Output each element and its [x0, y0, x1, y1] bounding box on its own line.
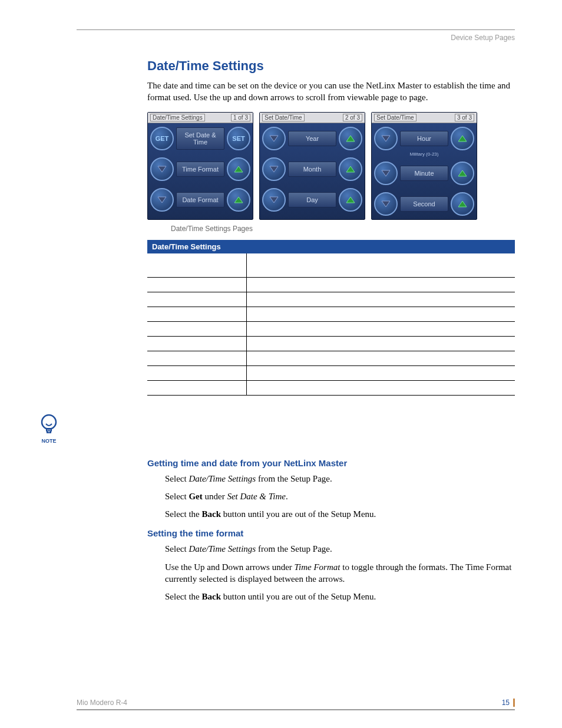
arrow-down-icon[interactable]	[150, 188, 174, 212]
svg-marker-0	[158, 166, 166, 172]
svg-marker-6	[270, 166, 278, 172]
svg-marker-1	[234, 166, 243, 172]
field-label: Hour	[400, 131, 448, 146]
table-row	[147, 253, 515, 278]
arrow-up-icon[interactable]	[451, 192, 474, 216]
svg-marker-15	[458, 201, 467, 207]
table-row	[147, 336, 515, 351]
field-label: Day	[288, 192, 336, 207]
panel-page: 1 of 3	[231, 114, 250, 121]
settings-table: Date/Time Settings	[147, 240, 515, 396]
panel-title: Set Date/Time	[374, 114, 416, 121]
svg-marker-5	[346, 136, 355, 141]
field-label: Time Format	[176, 162, 224, 177]
field-label: Minute	[400, 166, 448, 181]
arrow-up-icon[interactable]	[451, 127, 474, 150]
field-label: Second	[400, 196, 448, 212]
intro-text: The date and time can be set on the devi…	[147, 80, 515, 104]
arrow-down-icon[interactable]	[150, 157, 174, 181]
table-row	[147, 277, 515, 292]
arrow-down-icon[interactable]	[374, 162, 398, 185]
panel-title: Date/Time Settings	[150, 114, 205, 121]
footer-product: Mio Modero R-4	[77, 699, 127, 707]
svg-marker-13	[458, 170, 467, 176]
table-header: Date/Time Settings	[147, 240, 515, 253]
field-label: Year	[288, 131, 336, 146]
field-label: Month	[288, 162, 336, 177]
svg-marker-10	[382, 136, 390, 141]
panel-page: 3 of 3	[455, 114, 474, 121]
arrow-down-icon[interactable]	[262, 188, 286, 212]
arrow-up-icon[interactable]	[339, 188, 362, 212]
field-sublabel: Military (0-23)	[372, 151, 477, 157]
svg-marker-3	[234, 197, 243, 203]
svg-marker-14	[382, 201, 390, 207]
table-row	[147, 365, 515, 380]
arrow-down-icon[interactable]	[262, 157, 286, 181]
step-text: Select the Back button until you are out…	[165, 508, 515, 520]
header-section: Device Setup Pages	[77, 34, 515, 42]
table-row	[147, 351, 515, 365]
step-text: Select the Back button until you are out…	[165, 591, 515, 602]
step-text: Use the Up and Down arrows under Time Fo…	[165, 561, 515, 585]
section-heading: Setting the time format	[147, 528, 515, 538]
arrow-up-icon[interactable]	[339, 157, 362, 181]
get-button[interactable]: GET	[150, 127, 174, 150]
svg-marker-7	[346, 166, 355, 172]
step-text: Select Date/Time Settings from the Setup…	[165, 473, 515, 485]
field-label: Date Format	[176, 192, 224, 207]
device-panels: Date/Time Settings1 of 3GETSet Date & Ti…	[147, 112, 515, 220]
table-row	[147, 292, 515, 307]
arrow-up-icon[interactable]	[227, 157, 250, 181]
panel-page: 2 of 3	[343, 114, 362, 121]
svg-marker-12	[382, 170, 390, 176]
arrow-up-icon[interactable]	[451, 162, 474, 185]
field-label: Set Date & Time	[176, 127, 224, 150]
panel-1: Date/Time Settings1 of 3GETSet Date & Ti…	[147, 112, 253, 220]
svg-marker-4	[270, 136, 278, 141]
page-number: 15	[502, 699, 515, 707]
step-text: Select Date/Time Settings from the Setup…	[165, 543, 515, 555]
svg-marker-8	[270, 197, 278, 203]
svg-marker-9	[346, 197, 355, 203]
svg-point-16	[42, 415, 56, 429]
section-heading: Getting time and date from your NetLinx …	[147, 458, 515, 468]
table-row	[147, 321, 515, 336]
arrow-up-icon[interactable]	[339, 127, 362, 150]
svg-marker-2	[158, 197, 166, 203]
svg-marker-11	[458, 136, 467, 141]
arrow-down-icon[interactable]	[262, 127, 286, 150]
step-text: Select Get under Set Date & Time.	[165, 490, 515, 502]
figure-caption: Date/Time Settings Pages	[171, 225, 515, 233]
panel-title: Set Date/Time	[262, 114, 305, 121]
table-row	[147, 307, 515, 321]
note-icon: NOTE	[35, 413, 62, 444]
arrow-up-icon[interactable]	[227, 188, 250, 212]
page-title: Date/Time Settings	[147, 58, 515, 74]
panel-2: Set Date/Time2 of 3YearMonthDay	[259, 112, 365, 220]
arrow-down-icon[interactable]	[374, 192, 398, 216]
table-row	[147, 380, 515, 395]
set-button[interactable]: SET	[227, 127, 250, 150]
arrow-down-icon[interactable]	[374, 127, 398, 150]
panel-3: Set Date/Time3 of 3HourMilitary (0-23)Mi…	[371, 112, 477, 220]
